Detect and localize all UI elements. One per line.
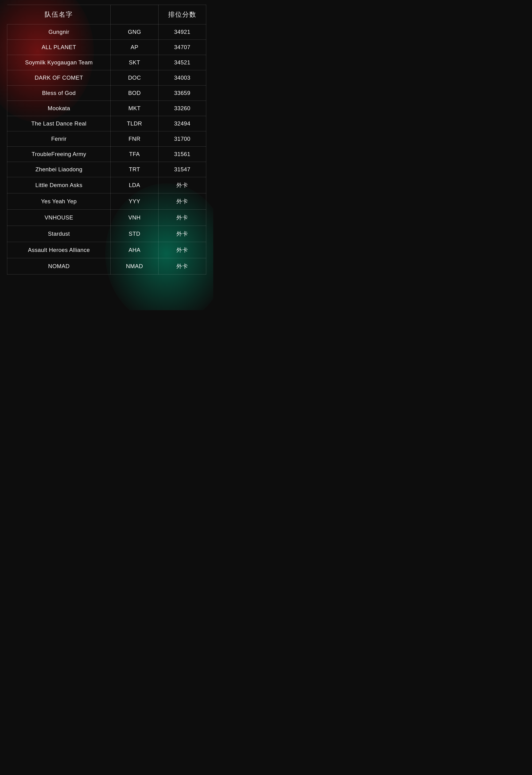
team-abbr: SKT: [111, 55, 158, 70]
team-abbr: LDA: [111, 177, 158, 193]
team-score: 34003: [158, 70, 206, 85]
team-abbr: AP: [111, 40, 158, 55]
team-name: Bless of God: [7, 85, 111, 101]
team-abbr: DOC: [111, 70, 158, 85]
table-row: TroubleFreeing ArmyTFA31561: [7, 147, 206, 162]
team-name: The Last Dance Real: [7, 116, 111, 131]
team-score: 31547: [158, 162, 206, 177]
team-abbr: AHA: [111, 242, 158, 258]
table-row: Yes Yeah YepYYY外卡: [7, 193, 206, 210]
team-score: 34707: [158, 40, 206, 55]
table-row: The Last Dance RealTLDR32494: [7, 116, 206, 131]
team-name: Zhenbei Liaodong: [7, 162, 111, 177]
header-team-name: 队伍名字: [7, 5, 111, 24]
team-abbr: YYY: [111, 193, 158, 210]
team-score: 外卡: [158, 193, 206, 210]
team-score: 33659: [158, 85, 206, 101]
team-name: NOMAD: [7, 258, 111, 274]
team-abbr: BOD: [111, 85, 158, 101]
header-abbr: [111, 5, 158, 24]
team-name: Gungnir: [7, 24, 111, 40]
team-abbr: GNG: [111, 24, 158, 40]
team-abbr: FNR: [111, 131, 158, 147]
team-score: 31700: [158, 131, 206, 147]
team-abbr: TLDR: [111, 116, 158, 131]
team-abbr: STD: [111, 226, 158, 242]
team-abbr: VNH: [111, 210, 158, 226]
table-row: NOMADNMAD外卡: [7, 258, 206, 274]
table-row: Little Demon AsksLDA外卡: [7, 177, 206, 193]
team-score: 32494: [158, 116, 206, 131]
team-name: Fenrir: [7, 131, 111, 147]
team-name: Soymilk Kyogaugan Team: [7, 55, 111, 70]
table-row: StardustSTD外卡: [7, 226, 206, 242]
team-abbr: NMAD: [111, 258, 158, 274]
team-score: 31561: [158, 147, 206, 162]
table-row: ALL PLANETAP34707: [7, 40, 206, 55]
table-row: Assault Heroes AllianceAHA外卡: [7, 242, 206, 258]
team-name: DARK OF COMET: [7, 70, 111, 85]
table-row: Zhenbei LiaodongTRT31547: [7, 162, 206, 177]
team-name: Yes Yeah Yep: [7, 193, 111, 210]
team-score: 外卡: [158, 258, 206, 274]
table-row: Soymilk Kyogaugan TeamSKT34521: [7, 55, 206, 70]
table-row: DARK OF COMETDOC34003: [7, 70, 206, 85]
team-score: 外卡: [158, 210, 206, 226]
team-name: Mookata: [7, 101, 111, 116]
header-score: 排位分数: [158, 5, 206, 24]
team-name: VNHOUSE: [7, 210, 111, 226]
team-abbr: MKT: [111, 101, 158, 116]
team-score: 外卡: [158, 177, 206, 193]
team-name: TroubleFreeing Army: [7, 147, 111, 162]
team-score: 外卡: [158, 242, 206, 258]
table-row: Bless of GodBOD33659: [7, 85, 206, 101]
table-row: MookataMKT33260: [7, 101, 206, 116]
team-score: 外卡: [158, 226, 206, 242]
team-name: ALL PLANET: [7, 40, 111, 55]
team-abbr: TRT: [111, 162, 158, 177]
team-score: 34521: [158, 55, 206, 70]
team-name: Little Demon Asks: [7, 177, 111, 193]
table-row: VNHOUSEVNH外卡: [7, 210, 206, 226]
team-abbr: TFA: [111, 147, 158, 162]
table-row: FenrirFNR31700: [7, 131, 206, 147]
team-name: Assault Heroes Alliance: [7, 242, 111, 258]
team-score: 34921: [158, 24, 206, 40]
team-name: Stardust: [7, 226, 111, 242]
team-score: 33260: [158, 101, 206, 116]
table-row: GungnirGNG34921: [7, 24, 206, 40]
